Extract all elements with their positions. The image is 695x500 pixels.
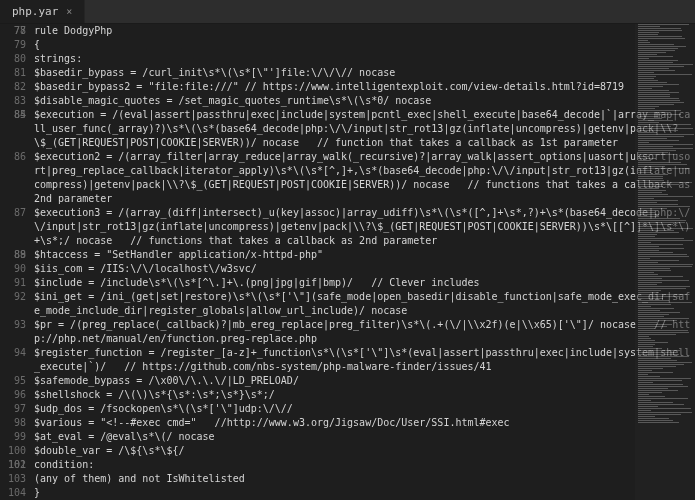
- code-text: $at_eval = /@eval\s*\(/ nocase: [34, 430, 215, 444]
- minimap-line: [638, 398, 688, 399]
- minimap-line: [638, 316, 664, 317]
- code-text: }: [34, 486, 40, 500]
- minimap-line: [638, 96, 670, 97]
- minimap-line: [638, 102, 684, 103]
- code-text: $pr = /(preg_replace(_callback)?|mb_ereg…: [34, 318, 695, 346]
- minimap-line: [638, 354, 679, 355]
- code-content[interactable]: rule DodgyPhp{strings:$basedir_bypass = …: [34, 24, 695, 500]
- minimap-line: [638, 32, 659, 33]
- minimap-line: [638, 330, 688, 331]
- minimap-line: [638, 36, 682, 37]
- minimap-line: [638, 324, 672, 325]
- minimap-line: [638, 76, 656, 77]
- code-text: rule DodgyPhp: [34, 24, 112, 38]
- minimap-line: [638, 224, 673, 225]
- tab-label: php.yar: [12, 5, 58, 18]
- code-text: $udp_dos = /fsockopen\s*\(\s*['\"]udp:\/…: [34, 402, 293, 416]
- minimap-line: [638, 86, 663, 87]
- line-number: 102: [0, 458, 26, 472]
- minimap-line: [638, 48, 678, 49]
- minimap-line: [638, 180, 664, 181]
- minimap-line: [638, 104, 674, 105]
- code-line: $disable_magic_quotes = /set_magic_quote…: [34, 94, 695, 108]
- code-line: $udp_dos = /fsockopen\s*\(\s*['\"]udp:\/…: [34, 402, 695, 416]
- minimap-line: [638, 358, 671, 359]
- minimap-line: [638, 112, 667, 113]
- code-text: $basedir_bypass2 = "file:file:///" // ht…: [34, 80, 624, 94]
- minimap-line: [638, 260, 679, 261]
- minimap-line: [638, 322, 657, 323]
- minimap-line: [638, 110, 681, 111]
- minimap-line: [638, 172, 651, 173]
- minimap-line: [638, 270, 671, 271]
- minimap-line: [638, 302, 692, 303]
- code-line: $pr = /(preg_replace(_callback)?|mb_ereg…: [34, 318, 695, 346]
- line-number: 80: [0, 52, 26, 66]
- minimap-line: [638, 208, 667, 209]
- code-text: $shellshock = /\(\)\s*{\s*:\s*;\s*}\s*;/: [34, 388, 275, 402]
- minimap-line: [638, 394, 649, 395]
- minimap-line: [638, 310, 660, 311]
- code-line: (any of them) and not IsWhitelisted: [34, 472, 695, 486]
- minimap-line: [638, 268, 670, 269]
- minimap-line: [638, 308, 674, 309]
- line-number: 104: [0, 486, 26, 500]
- minimap-line: [638, 336, 649, 337]
- minimap-line: [638, 108, 655, 109]
- minimap-line: [638, 204, 678, 205]
- minimap-line: [638, 300, 669, 301]
- minimap-line: [638, 318, 689, 319]
- code-line: $execution2 = /(array_filter|array_reduc…: [34, 150, 695, 206]
- minimap-line: [638, 404, 684, 405]
- minimap-line: [638, 160, 651, 161]
- code-text: $include = /include\s*\(\s*[^\.]+\.(png|…: [34, 276, 480, 290]
- minimap-line: [638, 56, 673, 57]
- line-number: 95: [0, 374, 26, 388]
- minimap-line: [638, 338, 651, 339]
- code-text: $iis_com = /IIS:\/\/localhost\/w3svc/: [34, 262, 257, 276]
- line-number: 94: [0, 346, 26, 374]
- minimap-line: [638, 100, 680, 101]
- minimap-line: [638, 374, 648, 375]
- code-line: $basedir_bypass2 = "file:file:///" // ht…: [34, 80, 695, 94]
- minimap-line: [638, 276, 683, 277]
- minimap-line: [638, 416, 655, 417]
- minimap-line: [638, 34, 658, 35]
- minimap[interactable]: [635, 24, 695, 500]
- minimap-line: [638, 116, 658, 117]
- line-number: 86: [0, 150, 26, 206]
- minimap-line: [638, 216, 659, 217]
- minimap-line: [638, 30, 682, 31]
- minimap-line: [638, 326, 667, 327]
- minimap-line: [638, 256, 689, 257]
- close-icon[interactable]: ×: [66, 6, 72, 17]
- minimap-line: [638, 240, 693, 241]
- code-text: {: [34, 38, 40, 52]
- minimap-line: [638, 154, 677, 155]
- code-line: $various = "<!--#exec cmd=" //http://www…: [34, 416, 695, 430]
- minimap-line: [638, 284, 657, 285]
- minimap-line: [638, 380, 682, 381]
- minimap-line: [638, 46, 686, 47]
- minimap-line: [638, 360, 677, 361]
- code-text: $execution3 = /(array_(diff|intersect)_u…: [34, 206, 695, 248]
- minimap-line: [638, 60, 678, 61]
- code-text: $safemode_bypass = /\x00\/\.\.\/|LD_PREL…: [34, 374, 299, 388]
- minimap-line: [638, 136, 684, 137]
- minimap-line: [638, 202, 657, 203]
- minimap-line: [638, 232, 679, 233]
- line-number: 93: [0, 318, 26, 346]
- minimap-line: [638, 42, 650, 43]
- minimap-line: [638, 64, 693, 65]
- editor-area: 7778798081828384858687888990919293949596…: [0, 24, 695, 500]
- tab-file[interactable]: php.yar ×: [0, 0, 85, 23]
- minimap-line: [638, 306, 651, 307]
- minimap-line: [638, 314, 669, 315]
- code-line: {: [34, 38, 695, 52]
- minimap-line: [638, 196, 693, 197]
- minimap-line: [638, 220, 686, 221]
- minimap-line: [638, 342, 668, 343]
- minimap-line: [638, 194, 668, 195]
- code-line: }: [34, 486, 695, 500]
- minimap-line: [638, 234, 657, 235]
